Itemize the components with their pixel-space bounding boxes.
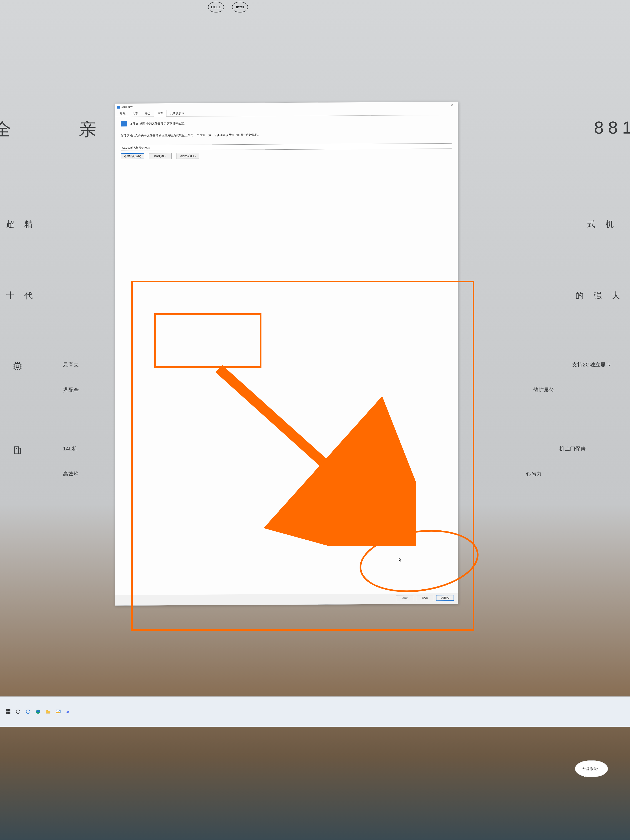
- svg-point-16: [16, 448, 17, 449]
- wallpaper-text: 十 代: [6, 290, 36, 301]
- watermark-text: 吾是徐先生: [582, 767, 601, 771]
- svg-rect-1: [16, 365, 19, 368]
- cortana-icon: [26, 710, 30, 714]
- tab-share[interactable]: 共享: [129, 111, 142, 117]
- desktop-folder-icon: [117, 106, 120, 109]
- tab-general[interactable]: 常规: [117, 111, 129, 117]
- wallpaper-text: 最高支: [63, 361, 79, 368]
- explorer-button[interactable]: [46, 709, 51, 714]
- find-target-button[interactable]: 查找目标(F)...: [176, 153, 199, 159]
- tab-location[interactable]: 位置: [154, 110, 166, 117]
- wallpaper-text: 储扩展位: [533, 387, 554, 393]
- svg-rect-0: [15, 363, 20, 369]
- dell-logo: DELL: [208, 2, 224, 13]
- apply-button[interactable]: 应用(A): [436, 595, 454, 601]
- location-description-2: 你可以将此文件夹中文件存储的位置更改为此硬盘上的另一个位置、另一个驱动器或网络上…: [121, 132, 452, 138]
- dialog-footer: 确定 取消 应用(A): [115, 593, 458, 606]
- wallpaper-text: 机上门保修: [559, 445, 586, 452]
- mail-button[interactable]: [55, 709, 61, 714]
- svg-rect-14: [14, 447, 19, 454]
- edge-icon: [36, 709, 41, 714]
- search-button[interactable]: [16, 709, 21, 714]
- wallpaper-text: 全: [0, 117, 19, 141]
- close-button[interactable]: ✕: [448, 102, 456, 109]
- properties-dialog: 桌面 属性 ✕ 常规 共享 安全 位置 以前的版本 文件夹 桌面 中的文件存储于…: [115, 102, 458, 606]
- wallpaper-text: 搭配全: [63, 387, 79, 393]
- search-icon: [16, 710, 20, 714]
- wallpaper-text: 心省力: [526, 471, 542, 477]
- intel-logo: intel: [232, 2, 248, 13]
- taskbar: [0, 696, 630, 727]
- move-button[interactable]: 移动(M)...: [149, 153, 172, 159]
- tab-previous[interactable]: 以前的版本: [166, 110, 188, 117]
- wallpaper-logos: DELL intel: [208, 2, 248, 13]
- wallpaper-text: 高效静: [63, 471, 79, 477]
- mail-icon: [55, 710, 61, 714]
- folder-icon: [46, 709, 51, 714]
- restore-default-button[interactable]: 还原默认值(R): [121, 153, 144, 159]
- location-tab-panel: 文件夹 桌面 中的文件存储于以下目标位置。 你可以将此文件夹中文件存储的位置更改…: [115, 115, 458, 595]
- start-button[interactable]: [5, 709, 11, 714]
- wallpaper-text: 881: [594, 117, 630, 138]
- wallpaper-text: 的 强 大: [575, 290, 624, 301]
- wallpaper-text: 14L机: [63, 445, 77, 452]
- path-input[interactable]: [121, 143, 452, 150]
- cancel-button[interactable]: 取消: [416, 595, 434, 601]
- svg-rect-20: [56, 712, 60, 713]
- svg-rect-15: [19, 448, 21, 453]
- app-button[interactable]: [65, 709, 71, 714]
- ok-button[interactable]: 确定: [396, 595, 414, 601]
- chip-icon: [13, 361, 22, 371]
- logo-separator: [228, 3, 228, 11]
- folder-icon: [121, 121, 127, 126]
- tab-security[interactable]: 安全: [142, 110, 154, 117]
- dialog-title: 桌面 属性: [122, 105, 133, 109]
- wallpaper-text: 支持2G独立显卡: [572, 361, 611, 368]
- windows-icon: [6, 709, 10, 714]
- mouse-cursor-icon: [399, 558, 402, 562]
- wallpaper-text: 超 精: [6, 218, 36, 230]
- location-description-1: 文件夹 桌面 中的文件存储于以下目标位置。: [130, 122, 187, 125]
- wallpaper-text: 亲: [79, 117, 104, 141]
- watermark-speech-bubble: 吾是徐先生: [575, 760, 608, 777]
- cortana-button[interactable]: [25, 709, 31, 714]
- wallpaper-text: 式 机: [587, 218, 617, 230]
- edge-button[interactable]: [35, 709, 41, 714]
- tower-icon: [13, 445, 22, 455]
- bird-icon: [66, 709, 70, 714]
